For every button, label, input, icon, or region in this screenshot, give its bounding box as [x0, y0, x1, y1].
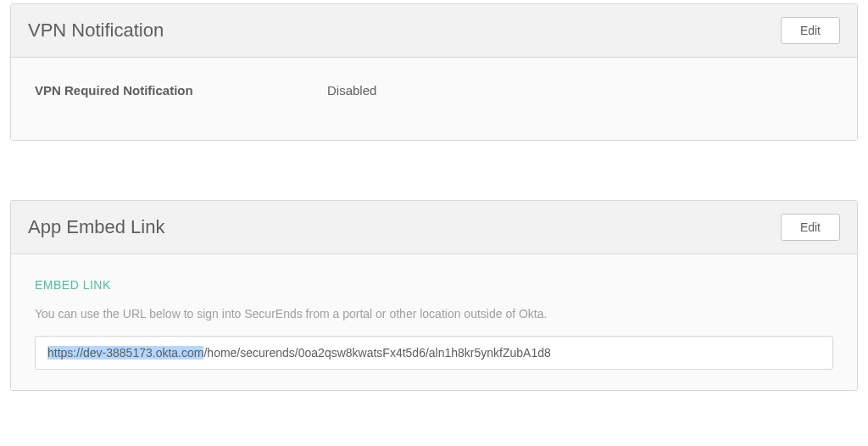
vpn-panel-body: VPN Required Notification Disabled	[11, 58, 857, 140]
embed-panel-title: App Embed Link	[28, 216, 164, 238]
vpn-required-row: VPN Required Notification Disabled	[35, 83, 833, 98]
vpn-required-label: VPN Required Notification	[35, 83, 327, 98]
embed-url-highlighted: https://dev-3885173.okta.com	[47, 346, 203, 360]
vpn-notification-panel: VPN Notification Edit VPN Required Notif…	[10, 3, 858, 141]
vpn-required-value: Disabled	[327, 83, 376, 98]
embed-url-rest: /home/securends/0oa2qsw8kwatsFx4t5d6/aln…	[203, 346, 550, 360]
embed-url-box[interactable]: https://dev-3885173.okta.com/home/secure…	[35, 336, 833, 370]
vpn-panel-title: VPN Notification	[28, 20, 164, 42]
vpn-edit-button[interactable]: Edit	[781, 17, 840, 44]
panel-spacer	[0, 144, 868, 197]
embed-edit-button[interactable]: Edit	[781, 214, 840, 241]
embed-panel-header: App Embed Link Edit	[11, 201, 857, 254]
vpn-panel-header: VPN Notification Edit	[11, 4, 857, 58]
embed-description: You can use the URL below to sign into S…	[35, 307, 833, 321]
embed-section-label: EMBED LINK	[35, 278, 833, 292]
app-embed-link-panel: App Embed Link Edit EMBED LINK You can u…	[10, 200, 858, 391]
embed-panel-body: EMBED LINK You can use the URL below to …	[11, 254, 857, 390]
